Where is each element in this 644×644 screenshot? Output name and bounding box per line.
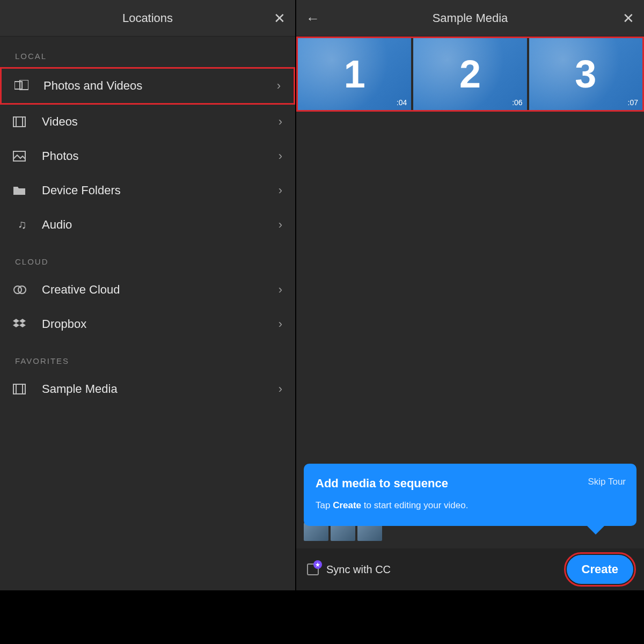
thumb-1[interactable]: 1 :04 xyxy=(298,38,411,110)
svg-rect-5 xyxy=(13,151,25,161)
row-creative-cloud[interactable]: Creative Cloud › xyxy=(0,273,295,307)
photos-videos-icon xyxy=(14,80,33,92)
svg-marker-10 xyxy=(13,323,19,327)
sync-checkbox[interactable]: ★ xyxy=(307,564,319,575)
music-icon: ♫ xyxy=(13,218,31,232)
chevron-right-icon: › xyxy=(279,184,282,197)
row-sample-media[interactable]: Sample Media › xyxy=(0,372,295,406)
chevron-right-icon: › xyxy=(279,115,282,129)
row-label: Audio xyxy=(42,218,279,232)
footer-bar: ★ Sync with CC Create xyxy=(296,548,644,590)
sync-label: Sync with CC xyxy=(326,564,567,576)
row-label: Photos and Videos xyxy=(43,79,277,93)
tour-body-pre: Tap xyxy=(316,500,333,510)
dropbox-icon xyxy=(13,319,31,330)
thumb-duration: :04 xyxy=(397,98,407,107)
svg-rect-0 xyxy=(14,82,22,89)
creative-cloud-icon xyxy=(13,285,31,295)
chevron-right-icon: › xyxy=(279,149,282,163)
tour-body-bold: Create xyxy=(333,500,361,510)
film-icon xyxy=(13,116,31,127)
row-device-folders[interactable]: Device Folders › xyxy=(0,173,295,208)
folder-icon xyxy=(13,185,31,196)
close-icon[interactable]: ✕ xyxy=(274,11,286,25)
chevron-right-icon: › xyxy=(279,283,282,297)
thumb-3[interactable]: 3 :07 xyxy=(529,38,642,110)
tour-body-post: to start editing your video. xyxy=(361,500,468,510)
create-button[interactable]: Create xyxy=(567,555,633,584)
row-videos[interactable]: Videos › xyxy=(0,105,295,139)
chevron-right-icon: › xyxy=(279,317,282,331)
row-audio[interactable]: ♫ Audio › xyxy=(0,208,295,242)
section-favorites-label: FAVORITES xyxy=(0,341,295,372)
section-local-label: LOCAL xyxy=(0,36,295,67)
row-photos[interactable]: Photos › xyxy=(0,139,295,173)
chevron-right-icon: › xyxy=(277,79,281,93)
sample-media-title: Sample Media xyxy=(433,11,508,25)
sample-media-header: ← Sample Media ✕ xyxy=(296,0,644,36)
svg-marker-11 xyxy=(19,323,26,327)
film-icon xyxy=(13,384,31,394)
tour-body: Tap Create to start editing your video. xyxy=(316,500,625,511)
skip-tour-link[interactable]: Skip Tour xyxy=(588,477,626,487)
locations-header: Locations ✕ xyxy=(0,0,295,36)
svg-rect-2 xyxy=(13,117,25,127)
svg-rect-12 xyxy=(13,384,25,394)
row-label: Sample Media xyxy=(42,382,279,396)
thumb-number: 3 xyxy=(575,52,596,96)
chevron-right-icon: › xyxy=(279,382,282,396)
svg-marker-8 xyxy=(13,319,19,323)
back-icon[interactable]: ← xyxy=(306,10,320,26)
chevron-right-icon: › xyxy=(279,218,282,232)
thumb-number: 1 xyxy=(344,52,365,96)
tour-title: Add media to sequence xyxy=(316,477,625,491)
thumb-duration: :06 xyxy=(512,98,522,107)
row-label: Dropbox xyxy=(42,317,279,331)
sample-media-panel: ← Sample Media ✕ 1 :04 2 :06 3 :07 Add m… xyxy=(296,0,644,590)
svg-marker-9 xyxy=(19,319,26,323)
thumb-duration: :07 xyxy=(628,98,638,107)
row-dropbox[interactable]: Dropbox › xyxy=(0,307,295,341)
locations-title: Locations xyxy=(122,11,173,25)
row-label: Device Folders xyxy=(42,184,279,197)
thumb-number: 2 xyxy=(459,52,481,96)
thumb-2[interactable]: 2 :06 xyxy=(413,38,526,110)
row-label: Photos xyxy=(42,149,279,163)
locations-panel: Locations ✕ LOCAL Photos and Videos › Vi… xyxy=(0,0,295,590)
row-label: Creative Cloud xyxy=(42,283,279,297)
row-photos-and-videos[interactable]: Photos and Videos › xyxy=(0,67,295,105)
row-label: Videos xyxy=(42,115,279,129)
star-badge-icon: ★ xyxy=(313,560,322,569)
media-thumbnails: 1 :04 2 :06 3 :07 xyxy=(296,36,644,112)
close-icon[interactable]: ✕ xyxy=(623,11,634,25)
section-cloud-label: CLOUD xyxy=(0,242,295,273)
tour-tooltip: Add media to sequence Skip Tour Tap Crea… xyxy=(304,464,636,526)
image-icon xyxy=(13,151,31,162)
